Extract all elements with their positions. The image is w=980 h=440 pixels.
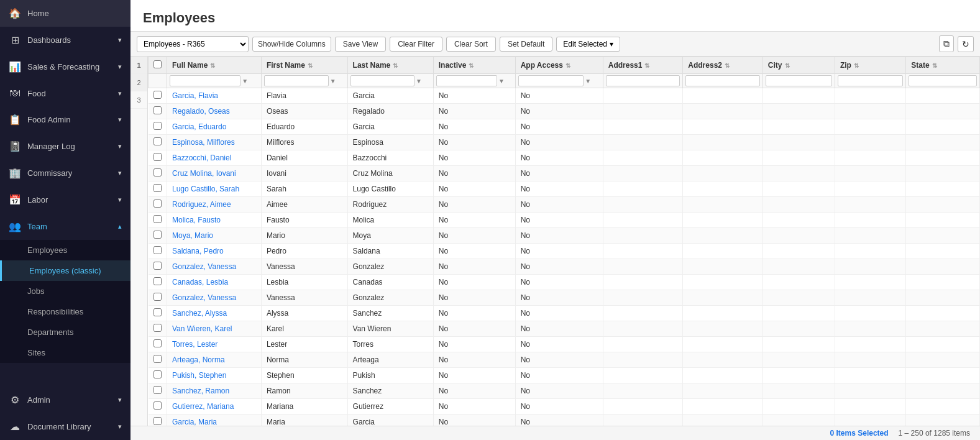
sidebar-item-employees-classic[interactable]: Employees (classic) (0, 260, 131, 281)
filter-app-access[interactable]: ▼ (515, 74, 603, 88)
full-name-cell[interactable]: Pukish, Stephen (167, 368, 262, 383)
employee-name-link[interactable]: Garcia, Maria (172, 418, 217, 426)
employee-name-link[interactable]: Rodriguez, Aimee (172, 200, 231, 209)
row-checkbox-cell[interactable] (149, 228, 167, 244)
row-checkbox-cell[interactable] (149, 399, 167, 415)
col-address2[interactable]: Address2 ⇅ (683, 57, 763, 74)
save-view-button[interactable]: Save View (335, 37, 386, 52)
row-checkbox[interactable] (153, 308, 162, 316)
filter-first-name[interactable]: ▼ (261, 74, 347, 88)
row-checkbox[interactable] (153, 122, 162, 130)
row-checkbox[interactable] (153, 106, 162, 114)
employee-name-link[interactable]: Arteaga, Norma (172, 355, 225, 364)
row-checkbox[interactable] (153, 324, 162, 332)
filter-full-name-input[interactable] (170, 75, 240, 86)
full-name-cell[interactable]: Rodriguez, Aimee (167, 197, 262, 213)
row-checkbox-cell[interactable] (149, 383, 167, 399)
full-name-cell[interactable]: Lugo Castillo, Sarah (167, 181, 262, 197)
table-wrapper[interactable]: Full Name ⇅ First Name ⇅ (148, 57, 980, 426)
filter-icon[interactable]: ▼ (330, 78, 336, 85)
full-name-cell[interactable]: Saldana, Pedro (167, 244, 262, 259)
clear-filter-button[interactable]: Clear Filter (390, 37, 442, 52)
row-checkbox-cell[interactable] (149, 368, 167, 383)
filter-address1[interactable] (603, 74, 683, 88)
filter-zip[interactable] (835, 74, 905, 88)
refresh-icon-button[interactable]: ↻ (958, 36, 974, 52)
full-name-cell[interactable]: Van Wieren, Karel (167, 321, 262, 337)
full-name-cell[interactable]: Regalado, Oseas (167, 104, 262, 119)
employee-name-link[interactable]: Torres, Lester (172, 340, 218, 349)
copy-icon-button[interactable]: ⧉ (939, 35, 954, 52)
row-checkbox-cell[interactable] (149, 290, 167, 306)
row-checkbox-cell[interactable] (149, 135, 167, 150)
filter-full-name[interactable]: ▼ (167, 74, 262, 88)
show-hide-columns-button[interactable]: Show/Hide Columns (252, 37, 331, 52)
full-name-cell[interactable]: Espinosa, Milflores (167, 135, 262, 150)
sidebar-item-food[interactable]: 🍽 Food ▾ (0, 80, 131, 106)
filter-city-input[interactable] (766, 75, 832, 86)
employee-name-link[interactable]: Pukish, Stephen (172, 371, 226, 380)
row-checkbox-cell[interactable] (149, 104, 167, 119)
filter-address1-input[interactable] (606, 75, 680, 86)
full-name-cell[interactable]: Sanchez, Ramon (167, 383, 262, 399)
filter-state-input[interactable] (909, 75, 977, 86)
row-checkbox[interactable] (153, 277, 162, 285)
sidebar-item-team[interactable]: 👥 Team ▴ (0, 213, 131, 240)
employee-name-link[interactable]: Espinosa, Milflores (172, 138, 235, 147)
row-checkbox[interactable] (153, 293, 162, 301)
row-checkbox-cell[interactable] (149, 181, 167, 197)
col-address1[interactable]: Address1 ⇅ (603, 57, 683, 74)
sidebar-item-commissary[interactable]: 🏢 Commissary ▾ (0, 160, 131, 186)
employee-name-link[interactable]: Bazzocchi, Daniel (172, 154, 231, 162)
select-all-checkbox[interactable] (153, 60, 162, 68)
employee-name-link[interactable]: Sanchez, Alyssa (172, 309, 227, 318)
row-checkbox-cell[interactable] (149, 337, 167, 352)
row-checkbox[interactable] (153, 339, 162, 347)
row-checkbox[interactable] (153, 386, 162, 394)
row-checkbox-cell[interactable] (149, 197, 167, 213)
employee-name-link[interactable]: Cruz Molina, Iovani (172, 169, 236, 178)
row-checkbox[interactable] (153, 417, 162, 425)
filter-address2-input[interactable] (685, 75, 760, 86)
sidebar-item-labor[interactable]: 📅 Labor ▾ (0, 186, 131, 213)
full-name-cell[interactable]: Gonzalez, Vanessa (167, 290, 262, 306)
sidebar-item-employees[interactable]: Employees (0, 240, 131, 260)
col-first-name[interactable]: First Name ⇅ (261, 57, 347, 74)
row-checkbox-cell[interactable] (149, 213, 167, 228)
full-name-cell[interactable]: Canadas, Lesbia (167, 275, 262, 290)
view-select[interactable]: Employees - R365 (137, 36, 249, 52)
row-checkbox[interactable] (153, 355, 162, 363)
filter-icon[interactable]: ▼ (242, 78, 248, 85)
full-name-cell[interactable]: Molica, Fausto (167, 213, 262, 228)
row-checkbox[interactable] (153, 370, 162, 378)
row-checkbox-cell[interactable] (149, 259, 167, 275)
sidebar-item-dashboards[interactable]: ⊞ Dashboards ▾ (0, 27, 131, 53)
employee-name-link[interactable]: Gonzalez, Vanessa (172, 293, 236, 302)
full-name-cell[interactable]: Cruz Molina, Iovani (167, 166, 262, 181)
full-name-cell[interactable]: Garcia, Maria (167, 415, 262, 426)
row-checkbox[interactable] (153, 246, 162, 254)
row-checkbox-cell[interactable] (149, 275, 167, 290)
employee-name-link[interactable]: Saldana, Pedro (172, 247, 224, 255)
row-checkbox[interactable] (153, 153, 162, 161)
employee-name-link[interactable]: Canadas, Lesbia (172, 278, 228, 286)
full-name-cell[interactable]: Gonzalez, Vanessa (167, 259, 262, 275)
row-checkbox-cell[interactable] (149, 88, 167, 104)
clear-sort-button[interactable]: Clear Sort (446, 37, 496, 52)
sidebar-item-admin[interactable]: ⚙ Admin ▾ (0, 387, 131, 413)
sidebar-item-food-admin[interactable]: 📋 Food Admin ▾ (0, 106, 131, 133)
employee-name-link[interactable]: Molica, Fausto (172, 216, 221, 224)
filter-last-name[interactable]: ▼ (347, 74, 433, 88)
filter-first-name-input[interactable] (264, 75, 329, 86)
filter-address2[interactable] (683, 74, 763, 88)
select-all-header[interactable] (149, 57, 167, 74)
filter-app-access-input[interactable] (518, 75, 584, 86)
filter-zip-input[interactable] (838, 75, 903, 86)
sidebar-item-responsibilities[interactable]: Responsibilities (0, 301, 131, 322)
col-city[interactable]: City ⇅ (762, 57, 835, 74)
sidebar-item-departments[interactable]: Departments (0, 322, 131, 342)
row-checkbox[interactable] (153, 137, 162, 145)
full-name-cell[interactable]: Sanchez, Alyssa (167, 306, 262, 321)
row-checkbox-cell[interactable] (149, 166, 167, 181)
sidebar-item-sites[interactable]: Sites (0, 342, 131, 363)
